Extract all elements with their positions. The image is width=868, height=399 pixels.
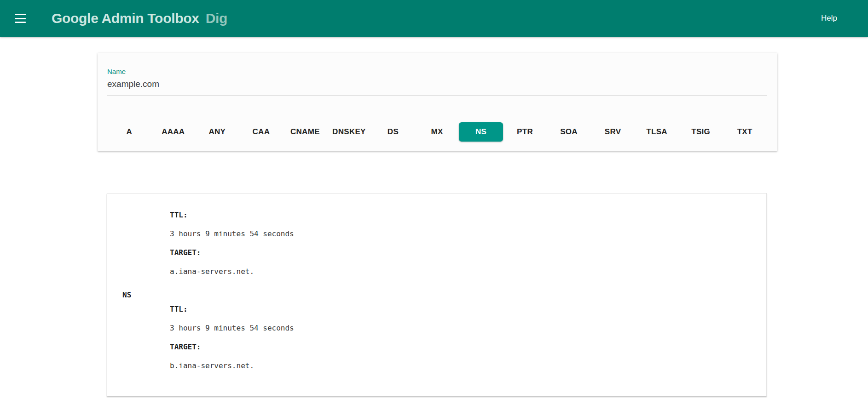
record-type-mx-button[interactable]: MX [415,122,459,142]
record-type-caa-button[interactable]: CAA [239,122,284,142]
menu-icon-bar [15,18,26,19]
name-input[interactable] [107,78,767,96]
record-type-ds-button[interactable]: DS [371,122,415,142]
record-type-tlsa-button[interactable]: TLSA [635,122,679,142]
ttl-label: TTL: [170,300,757,319]
main-content: Name AAAAAANYCAACNAMEDNSKEYDSMXNSPTRSOAS… [0,53,868,396]
target-value: a.iana-servers.net. [170,262,757,281]
menu-icon[interactable] [15,14,26,23]
record-type-tsig-button[interactable]: TSIG [679,122,723,142]
help-link[interactable]: Help [821,14,837,23]
target-label: TARGET: [170,337,757,356]
ttl-value: 3 hours 9 minutes 54 seconds [170,224,757,243]
record-type-row: AAAAAANYCAACNAMEDNSKEYDSMXNSPTRSOASRVTLS… [107,122,767,142]
menu-icon-bar [15,14,26,15]
record-type-any-button[interactable]: ANY [195,122,239,142]
record-type-ns-button[interactable]: NS [459,122,503,142]
results-card: NS TTL:3 hours 9 minutes 54 secondsTARGE… [107,193,767,396]
dns-record: TTL:3 hours 9 minutes 54 secondsTARGET:b… [170,300,757,375]
result-records: TTL:3 hours 9 minutes 54 secondsTARGET:a… [170,194,766,396]
app-title: Google Admin ToolboxDig [52,11,227,26]
name-label: Name [107,68,767,75]
menu-icon-bar [15,22,26,23]
result-record-type: NS [107,194,170,396]
toolbox-title: Google Admin Toolbox [52,11,199,26]
target-value: b.iana-servers.net. [170,356,757,375]
app-header: Google Admin ToolboxDig Help [0,0,868,37]
record-type-txt-button[interactable]: TXT [723,122,767,142]
ttl-value: 3 hours 9 minutes 54 seconds [170,319,757,337]
record-type-aaaa-button[interactable]: AAAA [151,122,196,142]
record-type-ptr-button[interactable]: PTR [503,122,547,142]
ttl-label: TTL: [170,205,757,224]
dns-record: TTL:3 hours 9 minutes 54 secondsTARGET:a… [170,205,757,281]
record-type-soa-button[interactable]: SOA [547,122,591,142]
tool-name: Dig [206,11,227,26]
record-type-dnskey-button[interactable]: DNSKEY [327,122,371,142]
query-card: Name AAAAAANYCAACNAMEDNSKEYDSMXNSPTRSOAS… [98,53,777,151]
target-label: TARGET: [170,243,757,262]
record-type-cname-button[interactable]: CNAME [283,122,327,142]
record-type-a-button[interactable]: A [107,122,151,142]
record-type-srv-button[interactable]: SRV [591,122,635,142]
